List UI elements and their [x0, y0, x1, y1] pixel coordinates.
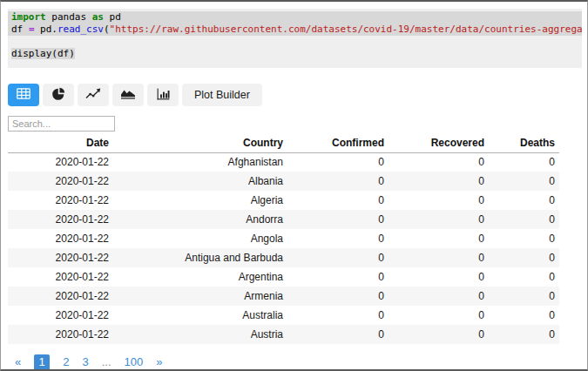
- table-view-button[interactable]: [8, 84, 39, 106]
- table-row: 2020-01-22Antigua and Barbuda000: [8, 248, 559, 267]
- cell-recovered: 0: [389, 191, 489, 210]
- dataframe-widget: import pandas as pddf = pd.read_csv("htt…: [0, 0, 588, 371]
- table-row: 2020-01-22Australia000: [8, 306, 559, 325]
- cell-date: 2020-01-22: [8, 210, 113, 229]
- table-row: 2020-01-22Angola000: [8, 229, 559, 248]
- pagination: «123...100»: [15, 354, 580, 370]
- code-line[interactable]: display(df): [8, 48, 582, 60]
- code-token: import: [11, 11, 46, 23]
- cell-date: 2020-01-22: [8, 287, 113, 306]
- area-chart-view-button[interactable]: [112, 84, 144, 106]
- cell-recovered: 0: [389, 210, 489, 229]
- cell-confirmed: 0: [287, 248, 389, 267]
- cell-country: Angola: [113, 229, 287, 248]
- cell-date: 2020-01-22: [8, 172, 113, 191]
- code-token: pandas: [46, 11, 92, 23]
- cell-confirmed: 0: [287, 325, 389, 344]
- cell-recovered: 0: [389, 287, 489, 306]
- table-icon: [17, 88, 30, 102]
- cell-country: Austria: [113, 325, 287, 344]
- column-header-date[interactable]: Date: [8, 135, 113, 152]
- code-token: pd.: [35, 24, 58, 35]
- cell-deaths: 0: [489, 152, 559, 172]
- data-table: DateCountryConfirmedRecoveredDeaths 2020…: [8, 135, 559, 344]
- cell-recovered: 0: [389, 172, 489, 191]
- cell-deaths: 0: [489, 248, 559, 267]
- cell-country: Andorra: [113, 210, 287, 229]
- line-chart-view-button[interactable]: [78, 84, 109, 106]
- table-body: 2020-01-22Afghanistan0002020-01-22Albani…: [8, 152, 559, 344]
- column-header-recovered[interactable]: Recovered: [389, 135, 489, 152]
- page-button-2[interactable]: 2: [63, 354, 69, 370]
- cell-deaths: 0: [489, 191, 559, 210]
- cell-confirmed: 0: [287, 152, 389, 172]
- cell-date: 2020-01-22: [8, 325, 113, 344]
- table-row: 2020-01-22Albania000: [8, 172, 559, 191]
- cell-recovered: 0: [389, 306, 489, 325]
- cell-recovered: 0: [389, 325, 489, 344]
- cell-date: 2020-01-22: [8, 191, 113, 210]
- code-token: pd: [104, 11, 121, 23]
- cell-deaths: 0: [489, 210, 559, 229]
- code-token: (: [104, 24, 110, 35]
- table-header-row: DateCountryConfirmedRecoveredDeaths: [8, 135, 559, 152]
- cell-confirmed: 0: [287, 287, 389, 306]
- cell-recovered: 0: [389, 267, 489, 287]
- column-header-confirmed[interactable]: Confirmed: [287, 135, 389, 152]
- code-token: "https://raw.githubusercontent.com/datas…: [110, 24, 582, 35]
- code-token: as: [92, 11, 104, 23]
- pie-chart-icon: [52, 87, 65, 103]
- table-row: 2020-01-22Argentina000: [8, 267, 559, 287]
- cell-deaths: 0: [489, 306, 559, 325]
- code-token: df: [11, 24, 29, 35]
- cell-deaths: 0: [489, 287, 559, 306]
- table-row: 2020-01-22Andorra000: [8, 210, 559, 229]
- cell-country: Antigua and Barbuda: [113, 248, 287, 267]
- cell-country: Australia: [113, 306, 287, 325]
- selection-highlight: display(df): [11, 48, 75, 59]
- cell-date: 2020-01-22: [8, 306, 113, 325]
- code-line[interactable]: import pandas as pd: [8, 11, 582, 24]
- plot-builder-button[interactable]: Plot Builder: [182, 84, 262, 106]
- cell-deaths: 0: [489, 325, 559, 344]
- code-line[interactable]: df = pd.read_csv("https://raw.githubuser…: [8, 24, 582, 36]
- line-chart-icon: [85, 88, 101, 102]
- page-button-1[interactable]: 1: [34, 354, 50, 370]
- pie-chart-view-button[interactable]: [43, 84, 74, 106]
- code-editor[interactable]: import pandas as pddf = pd.read_csv("htt…: [8, 9, 582, 68]
- cell-country: Algeria: [113, 191, 287, 210]
- bar-chart-view-button[interactable]: [147, 84, 179, 106]
- cell-deaths: 0: [489, 172, 559, 191]
- bar-chart-icon: [157, 88, 170, 103]
- ellipsis: ...: [102, 354, 112, 370]
- cell-confirmed: 0: [287, 191, 389, 210]
- page-button-100[interactable]: 100: [125, 354, 144, 370]
- table-row: 2020-01-22Austria000: [8, 325, 559, 344]
- cell-deaths: 0: [489, 267, 559, 287]
- column-header-country[interactable]: Country: [113, 135, 287, 152]
- table-row: 2020-01-22Algeria000: [8, 191, 559, 210]
- cell-recovered: 0: [389, 229, 489, 248]
- nav-prev[interactable]: «: [15, 354, 21, 370]
- page-button-3[interactable]: 3: [82, 354, 88, 370]
- cell-date: 2020-01-22: [8, 248, 113, 267]
- cell-date: 2020-01-22: [8, 267, 113, 287]
- cell-date: 2020-01-22: [8, 152, 113, 172]
- search-input[interactable]: [8, 116, 115, 132]
- code-token: read_csv: [57, 24, 104, 35]
- cell-confirmed: 0: [287, 210, 389, 229]
- table-row: 2020-01-22Afghanistan000: [8, 152, 559, 172]
- cell-confirmed: 0: [287, 172, 389, 191]
- cell-country: Armenia: [113, 287, 287, 306]
- area-chart-icon: [120, 88, 136, 102]
- cell-confirmed: 0: [287, 229, 389, 248]
- code-line[interactable]: [8, 36, 582, 48]
- cell-recovered: 0: [389, 248, 489, 267]
- cell-confirmed: 0: [287, 267, 389, 287]
- cell-confirmed: 0: [287, 306, 389, 325]
- cell-country: Albania: [113, 172, 287, 191]
- cell-country: Afghanistan: [113, 152, 287, 172]
- nav-next[interactable]: »: [156, 354, 162, 370]
- table-row: 2020-01-22Armenia000: [8, 287, 559, 306]
- column-header-deaths[interactable]: Deaths: [489, 135, 559, 152]
